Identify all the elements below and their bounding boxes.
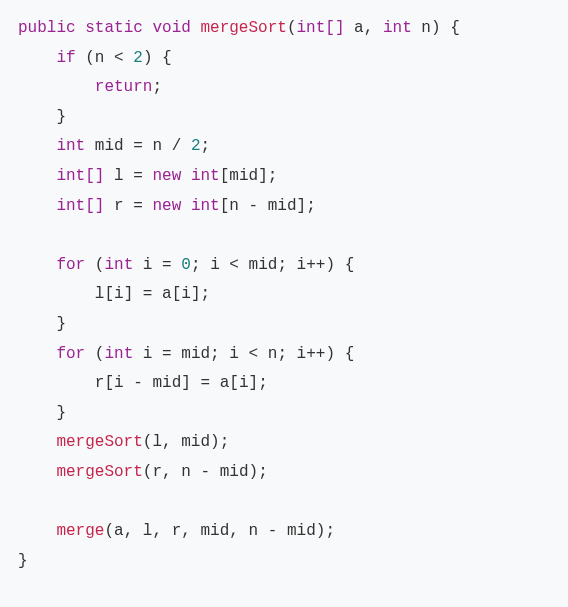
op-lt: < [249, 345, 259, 363]
rparen: ) [143, 49, 153, 67]
lbrace: { [162, 49, 172, 67]
lparen: ( [85, 49, 95, 67]
type-intarr: int[] [296, 19, 344, 37]
var-n: n [229, 197, 239, 215]
comma: , [162, 433, 172, 451]
var-mid: mid [229, 167, 258, 185]
op-minus: - [268, 522, 278, 540]
var-n: n [268, 345, 278, 363]
op-eq: = [133, 197, 143, 215]
lparen: ( [95, 256, 105, 274]
var-mid: mid [181, 345, 210, 363]
rbrace: } [56, 108, 66, 126]
var-a: a [114, 522, 124, 540]
code-line: int mid = n / 2; [18, 137, 210, 155]
rparen: ) [325, 345, 335, 363]
semi: ; [201, 285, 211, 303]
rbrace: } [56, 315, 66, 333]
var-l: l [114, 167, 124, 185]
rbracket: ] [124, 285, 134, 303]
var-n: n [152, 137, 162, 155]
lbracket: [ [220, 167, 230, 185]
var-r: r [114, 197, 124, 215]
call-mergeSort: mergeSort [56, 463, 142, 481]
var-i: i [229, 345, 239, 363]
lbracket: [ [104, 285, 114, 303]
var-a: a [162, 285, 172, 303]
param-n: n [421, 19, 431, 37]
type-int: int [56, 137, 85, 155]
rparen: ) [210, 433, 220, 451]
comma: , [364, 19, 374, 37]
code-line: r[i - mid] = a[i]; [18, 374, 268, 392]
code-line: } [18, 404, 66, 422]
var-mid: mid [268, 197, 297, 215]
call-mergeSort: mergeSort [56, 433, 142, 451]
semi: ; [277, 256, 287, 274]
comma: , [152, 522, 162, 540]
op-lt: < [114, 49, 124, 67]
semi: ; [258, 463, 268, 481]
comma: , [181, 522, 191, 540]
semi: ; [210, 345, 220, 363]
lparen: ( [143, 463, 153, 481]
code-line: if (n < 2) { [18, 49, 172, 67]
code-line: mergeSort(l, mid); [18, 433, 229, 451]
rparen: ) [316, 522, 326, 540]
keyword-for: for [56, 345, 85, 363]
code-block: public static void mergeSort(int[] a, in… [0, 0, 568, 590]
var-i: i [239, 374, 249, 392]
num-0: 0 [181, 256, 191, 274]
call-merge: merge [56, 522, 104, 540]
type-intarr: int[] [56, 197, 104, 215]
keyword-if: if [56, 49, 75, 67]
lbrace: { [345, 256, 355, 274]
lbracket: [ [104, 374, 114, 392]
var-i: i [114, 374, 124, 392]
rbracket: ] [258, 167, 268, 185]
var-i: i [297, 345, 307, 363]
rparen: ) [431, 19, 441, 37]
keyword-new: new [152, 167, 181, 185]
semi: ; [258, 374, 268, 392]
rbrace: } [56, 404, 66, 422]
op-eq: = [133, 167, 143, 185]
code-line: return; [18, 78, 162, 96]
semi: ; [277, 345, 287, 363]
var-l: l [152, 433, 162, 451]
lparen: ( [95, 345, 105, 363]
code-line: merge(a, l, r, mid, n - mid); [18, 522, 335, 540]
keyword-public: public [18, 19, 76, 37]
semi: ; [268, 167, 278, 185]
var-mid: mid [152, 374, 181, 392]
function-name: mergeSort [200, 19, 286, 37]
semi: ; [191, 256, 201, 274]
code-line: } [18, 552, 28, 570]
semi: ; [220, 433, 230, 451]
semi: ; [325, 522, 335, 540]
var-i: i [143, 256, 153, 274]
var-r: r [95, 374, 105, 392]
var-l: l [95, 285, 105, 303]
var-r: r [172, 522, 182, 540]
type-int: int [104, 345, 133, 363]
num-2: 2 [191, 137, 201, 155]
var-n: n [249, 522, 259, 540]
op-pp: ++ [306, 345, 325, 363]
type-int: int [191, 197, 220, 215]
var-n: n [181, 463, 191, 481]
keyword-new: new [152, 197, 181, 215]
comma: , [229, 522, 239, 540]
code-line: for (int i = mid; i < n; i++) { [18, 345, 354, 363]
num-2: 2 [133, 49, 143, 67]
var-mid: mid [95, 137, 124, 155]
var-mid: mid [249, 256, 278, 274]
op-eq: = [162, 256, 172, 274]
var-i: i [297, 256, 307, 274]
type-int: int [104, 256, 133, 274]
comma: , [162, 463, 172, 481]
code-line: int[] l = new int[mid]; [18, 167, 277, 185]
var-mid: mid [220, 463, 249, 481]
lbracket: [ [220, 197, 230, 215]
comma: , [124, 522, 134, 540]
